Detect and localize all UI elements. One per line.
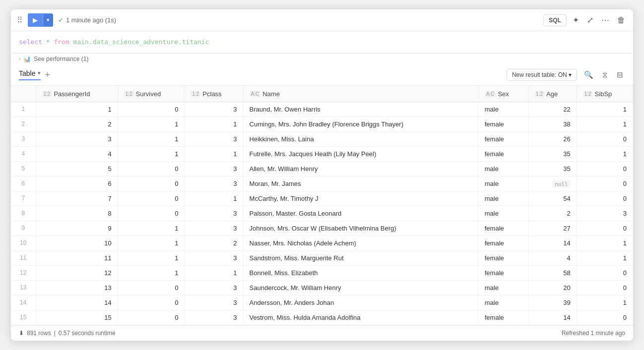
cell-rownum: 6 xyxy=(11,176,36,191)
cell-survived: 1 xyxy=(118,265,185,280)
tab-dropdown-icon[interactable]: ▾ xyxy=(38,70,41,76)
footer-left: ⬇ 891 rows | 0.57 seconds runtime xyxy=(19,330,116,337)
table-tab[interactable]: Table ▾ xyxy=(19,69,41,80)
keyword-select: select xyxy=(19,38,42,46)
cell-rownum: 15 xyxy=(11,310,36,325)
search-icon-button[interactable]: 🔍 xyxy=(582,68,595,81)
sql-button[interactable]: SQL xyxy=(543,14,567,26)
ai-icon-button[interactable]: ✦ xyxy=(571,13,581,27)
table-row: 6 6 0 3 Moran, Mr. James male null 0 xyxy=(11,176,633,191)
new-result-button[interactable]: New result table: ON ▾ xyxy=(507,69,577,81)
cell-name: Nasser, Mrs. Nicholas (Adele Achem) xyxy=(243,235,478,250)
cell-passengerid: 3 xyxy=(36,131,118,146)
cell-age: 54 xyxy=(528,191,577,206)
filter-icon-button[interactable]: ⧖ xyxy=(600,68,610,81)
col-header-rownum xyxy=(11,86,36,102)
table-row: 9 9 1 3 Johnson, Mrs. Oscar W (Elisabeth… xyxy=(11,221,633,235)
col-type-icon-passengerid: 1:2 xyxy=(42,91,52,97)
cell-pclass: 3 xyxy=(185,221,243,235)
data-table: 1:2 PassengerId 1:2 Survived 1:2 P xyxy=(11,86,633,325)
cell-passengerid: 6 xyxy=(36,176,118,191)
cell-survived: 0 xyxy=(118,161,185,176)
cell-sex: female xyxy=(478,250,528,265)
col-header-pclass[interactable]: 1:2 Pclass xyxy=(185,86,243,102)
cell-rownum: 9 xyxy=(11,221,36,235)
cell-passengerid: 10 xyxy=(36,235,118,250)
cell-pclass: 1 xyxy=(185,146,243,161)
cell-rownum: 5 xyxy=(11,161,36,176)
col-header-age[interactable]: 1.2 Age xyxy=(528,86,577,102)
cell-age: 20 xyxy=(528,280,577,295)
cell-name: Moran, Mr. James xyxy=(243,176,478,191)
table-row: 12 12 1 1 Bonnell, Miss. Elizabeth femal… xyxy=(11,265,633,280)
columns-icon-button[interactable]: ⊟ xyxy=(615,68,625,81)
cell-pclass: 3 xyxy=(185,280,243,295)
run-dropdown-icon[interactable]: ▾ xyxy=(43,14,53,26)
cell-pclass: 3 xyxy=(185,161,243,176)
table-row: 4 4 1 1 Futrelle, Mrs. Jacques Heath (Li… xyxy=(11,146,633,161)
result-header-right: New result table: ON ▾ 🔍 ⧖ ⊟ xyxy=(507,68,625,81)
cell-age: null xyxy=(528,176,577,191)
run-button[interactable]: ▶ ▾ xyxy=(28,13,53,27)
cell-age: 14 xyxy=(528,235,577,250)
cell-age: 58 xyxy=(528,265,577,280)
cell-sibsp: 1 xyxy=(577,295,633,310)
run-play-icon[interactable]: ▶ xyxy=(28,13,43,27)
table-row: 15 15 0 3 Vestrom, Miss. Hulda Amanda Ad… xyxy=(11,310,633,325)
col-header-sex[interactable]: A:C Sex xyxy=(478,86,528,102)
cell-name: Braund, Mr. Owen Harris xyxy=(243,102,478,117)
col-type-icon-sibsp: 1:2 xyxy=(583,91,593,97)
col-header-survived[interactable]: 1:2 Survived xyxy=(118,86,185,102)
table-row: 5 5 0 3 Allen, Mr. William Henry male 35… xyxy=(11,161,633,176)
cell-sex: female xyxy=(478,235,528,250)
col-type-icon-name: A:C xyxy=(250,91,261,97)
cell-pclass: 3 xyxy=(185,206,243,221)
cell-sex: male xyxy=(478,161,528,176)
col-type-icon-pclass: 1:2 xyxy=(191,91,200,97)
col-header-sibsp[interactable]: 1:2 SibSp xyxy=(577,86,633,102)
cell-sex: male xyxy=(478,295,528,310)
cell-passengerid: 14 xyxy=(36,295,118,310)
col-header-name[interactable]: A:C Name xyxy=(243,86,478,102)
delete-icon-button[interactable]: 🗑 xyxy=(615,14,627,27)
footer-right: Refreshed 1 minute ago xyxy=(562,330,625,337)
cell-sex: female xyxy=(478,131,528,146)
status-text: ✓ 1 minute ago (1s) xyxy=(58,16,116,24)
download-icon[interactable]: ⬇ xyxy=(19,330,24,337)
performance-row[interactable]: › 📊 See performance (1) xyxy=(11,54,633,64)
perf-chart-icon: 📊 xyxy=(23,56,31,62)
more-icon-button[interactable]: ⋯ xyxy=(599,13,611,27)
cell-age: 38 xyxy=(528,117,577,131)
col-type-icon-age: 1.2 xyxy=(534,91,544,97)
cell-name: Andersson, Mr. Anders Johan xyxy=(243,295,478,310)
footer-rows-count: 891 rows xyxy=(27,330,51,337)
table-row: 14 14 0 3 Andersson, Mr. Anders Johan ma… xyxy=(11,295,633,310)
table-row: 3 3 1 3 Heikkinen, Miss. Laina female 26… xyxy=(11,131,633,146)
col-header-passengerid[interactable]: 1:2 PassengerId xyxy=(36,86,118,102)
cell-passengerid: 15 xyxy=(36,310,118,325)
cell-survived: 1 xyxy=(118,131,185,146)
result-header: Table ▾ + New result table: ON ▾ 🔍 ⧖ ⊟ xyxy=(11,64,633,86)
cell-rownum: 3 xyxy=(11,131,36,146)
toolbar-right: SQL ✦ ⤢ ⋯ 🗑 xyxy=(543,13,627,27)
grid-icon[interactable]: ⠿ xyxy=(17,15,23,25)
cell-sibsp: 0 xyxy=(577,176,633,191)
cell-pclass: 3 xyxy=(185,310,243,325)
cell-name: Saundercock, Mr. William Henry xyxy=(243,280,478,295)
cell-survived: 0 xyxy=(118,295,185,310)
cell-rownum: 11 xyxy=(11,250,36,265)
check-icon: ✓ xyxy=(58,16,64,24)
keyword-from: from xyxy=(54,38,69,46)
add-tab-button[interactable]: + xyxy=(45,70,50,79)
expand-icon-button[interactable]: ⤢ xyxy=(585,13,595,27)
col-label-passengerid: PassengerId xyxy=(54,90,90,98)
cell-survived: 0 xyxy=(118,206,185,221)
cell-survived: 0 xyxy=(118,310,185,325)
table-row: 13 13 0 3 Saundercock, Mr. William Henry… xyxy=(11,280,633,295)
cell-passengerid: 5 xyxy=(36,161,118,176)
cell-sex: female xyxy=(478,146,528,161)
cell-sibsp: 1 xyxy=(577,146,633,161)
cell-name: McCarthy, Mr. Timothy J xyxy=(243,191,478,206)
cell-rownum: 2 xyxy=(11,117,36,131)
cell-rownum: 1 xyxy=(11,102,36,117)
